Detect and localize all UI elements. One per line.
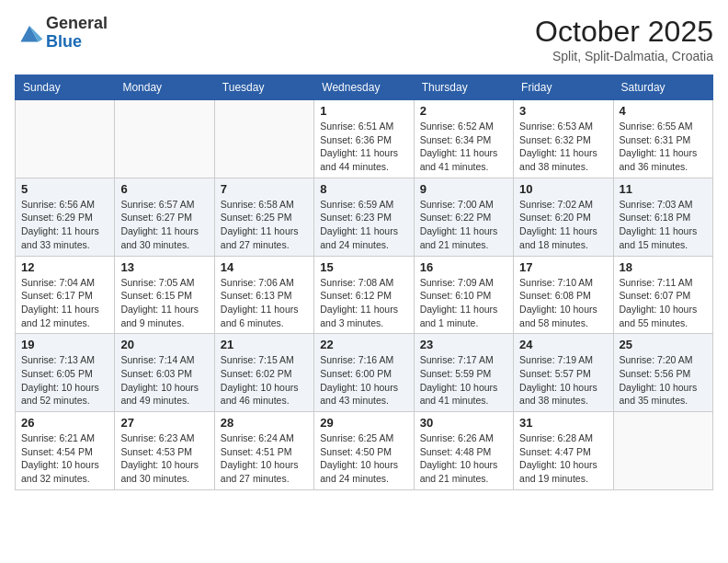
day-number: 8: [320, 182, 407, 196]
day-number: 7: [221, 182, 308, 196]
day-info: Sunrise: 6:24 AMSunset: 4:51 PMDaylight:…: [221, 431, 308, 486]
calendar-cell: 17Sunrise: 7:10 AMSunset: 6:08 PMDayligh…: [514, 256, 613, 334]
day-info: Sunrise: 6:58 AMSunset: 6:25 PMDaylight:…: [221, 198, 308, 252]
calendar-cell: 6Sunrise: 6:57 AMSunset: 6:27 PMDaylight…: [115, 178, 214, 256]
day-number: 23: [420, 338, 507, 351]
calendar-week-row: 26Sunrise: 6:21 AMSunset: 4:54 PMDayligh…: [16, 412, 713, 490]
calendar-cell: 9Sunrise: 7:00 AMSunset: 6:22 PMDaylight…: [414, 178, 513, 256]
day-number: 13: [120, 260, 208, 274]
day-info: Sunrise: 7:11 AMSunset: 6:07 PMDaylight:…: [620, 276, 707, 330]
calendar-cell: 16Sunrise: 7:09 AMSunset: 6:10 PMDayligh…: [414, 256, 513, 334]
day-info: Sunrise: 6:28 AMSunset: 4:47 PMDaylight:…: [519, 431, 607, 486]
calendar-week-row: 5Sunrise: 6:56 AMSunset: 6:29 PMDaylight…: [16, 178, 713, 256]
calendar-cell: 7Sunrise: 6:58 AMSunset: 6:25 PMDaylight…: [214, 178, 313, 256]
day-number: 21: [221, 338, 308, 351]
logo: General Blue: [15, 15, 108, 52]
day-info: Sunrise: 6:23 AMSunset: 4:53 PMDaylight:…: [120, 431, 208, 486]
day-number: 17: [519, 260, 607, 274]
calendar-cell: 10Sunrise: 7:02 AMSunset: 6:20 PMDayligh…: [514, 178, 613, 256]
calendar-week-row: 19Sunrise: 7:13 AMSunset: 6:05 PMDayligh…: [16, 334, 713, 412]
calendar-cell: 31Sunrise: 6:28 AMSunset: 4:47 PMDayligh…: [514, 412, 613, 490]
day-number: 4: [620, 104, 707, 118]
day-number: 15: [320, 260, 407, 274]
day-number: 30: [420, 416, 507, 430]
day-info: Sunrise: 7:20 AMSunset: 5:56 PMDaylight:…: [620, 353, 707, 408]
day-number: 14: [221, 260, 308, 274]
day-number: 3: [519, 104, 607, 118]
day-number: 18: [620, 260, 707, 274]
day-info: Sunrise: 7:10 AMSunset: 6:08 PMDaylight:…: [519, 276, 607, 330]
calendar-cell: 12Sunrise: 7:04 AMSunset: 6:17 PMDayligh…: [16, 256, 115, 334]
calendar-cell: [115, 100, 214, 178]
day-number: 28: [221, 416, 308, 430]
calendar-week-row: 12Sunrise: 7:04 AMSunset: 6:17 PMDayligh…: [16, 256, 713, 334]
title-area: October 2025 Split, Split-Dalmatia, Croa…: [535, 15, 713, 63]
calendar-cell: 24Sunrise: 7:19 AMSunset: 5:57 PMDayligh…: [514, 334, 613, 412]
calendar-cell: 21Sunrise: 7:15 AMSunset: 6:02 PMDayligh…: [214, 334, 313, 412]
calendar-cell: 26Sunrise: 6:21 AMSunset: 4:54 PMDayligh…: [16, 412, 115, 490]
day-number: 11: [620, 182, 707, 196]
day-number: 19: [21, 338, 108, 351]
calendar-cell: 14Sunrise: 7:06 AMSunset: 6:13 PMDayligh…: [214, 256, 313, 334]
day-info: Sunrise: 7:15 AMSunset: 6:02 PMDaylight:…: [221, 353, 308, 408]
day-number: 31: [519, 416, 607, 430]
day-number: 1: [320, 104, 407, 118]
day-number: 22: [320, 338, 407, 351]
day-number: 6: [120, 182, 208, 196]
calendar-cell: 18Sunrise: 7:11 AMSunset: 6:07 PMDayligh…: [613, 256, 712, 334]
day-number: 26: [21, 416, 108, 430]
day-of-week-header: Sunday: [16, 75, 115, 100]
day-number: 2: [420, 104, 507, 118]
calendar-cell: [16, 100, 115, 178]
day-info: Sunrise: 7:02 AMSunset: 6:20 PMDaylight:…: [519, 198, 607, 252]
day-number: 9: [420, 182, 507, 196]
day-of-week-header: Friday: [514, 75, 613, 100]
calendar-cell: 23Sunrise: 7:17 AMSunset: 5:59 PMDayligh…: [414, 334, 513, 412]
calendar-cell: 27Sunrise: 6:23 AMSunset: 4:53 PMDayligh…: [115, 412, 214, 490]
month-title: October 2025: [535, 15, 713, 49]
day-info: Sunrise: 6:26 AMSunset: 4:48 PMDaylight:…: [420, 431, 507, 486]
day-of-week-header: Tuesday: [214, 75, 313, 100]
day-info: Sunrise: 7:05 AMSunset: 6:15 PMDaylight:…: [120, 276, 208, 330]
day-of-week-header: Wednesday: [314, 75, 414, 100]
day-info: Sunrise: 7:04 AMSunset: 6:17 PMDaylight:…: [21, 276, 108, 330]
calendar-header-row: SundayMondayTuesdayWednesdayThursdayFrid…: [16, 75, 713, 100]
day-number: 12: [21, 260, 108, 274]
day-info: Sunrise: 7:06 AMSunset: 6:13 PMDaylight:…: [221, 276, 308, 330]
day-info: Sunrise: 6:56 AMSunset: 6:29 PMDaylight:…: [21, 198, 108, 252]
day-info: Sunrise: 6:21 AMSunset: 4:54 PMDaylight:…: [21, 431, 108, 486]
calendar: SundayMondayTuesdayWednesdayThursdayFrid…: [15, 75, 713, 490]
day-of-week-header: Monday: [115, 75, 214, 100]
day-info: Sunrise: 6:53 AMSunset: 6:32 PMDaylight:…: [519, 120, 607, 174]
logo-blue: Blue: [46, 33, 108, 52]
day-info: Sunrise: 6:51 AMSunset: 6:36 PMDaylight:…: [320, 120, 407, 174]
day-info: Sunrise: 7:03 AMSunset: 6:18 PMDaylight:…: [620, 198, 707, 252]
location-subtitle: Split, Split-Dalmatia, Croatia: [535, 49, 713, 63]
logo-icon: [15, 18, 44, 48]
calendar-cell: 1Sunrise: 6:51 AMSunset: 6:36 PMDaylight…: [314, 100, 414, 178]
day-info: Sunrise: 6:25 AMSunset: 4:50 PMDaylight:…: [320, 431, 407, 486]
calendar-cell: 19Sunrise: 7:13 AMSunset: 6:05 PMDayligh…: [16, 334, 115, 412]
day-of-week-header: Saturday: [613, 75, 712, 100]
calendar-cell: 4Sunrise: 6:55 AMSunset: 6:31 PMDaylight…: [613, 100, 712, 178]
day-number: 10: [519, 182, 607, 196]
day-info: Sunrise: 6:52 AMSunset: 6:34 PMDaylight:…: [420, 120, 507, 174]
day-number: 16: [420, 260, 507, 274]
day-info: Sunrise: 6:55 AMSunset: 6:31 PMDaylight:…: [620, 120, 707, 174]
day-info: Sunrise: 7:19 AMSunset: 5:57 PMDaylight:…: [519, 353, 607, 408]
calendar-cell: [613, 412, 712, 490]
calendar-week-row: 1Sunrise: 6:51 AMSunset: 6:36 PMDaylight…: [16, 100, 713, 178]
day-info: Sunrise: 7:16 AMSunset: 6:00 PMDaylight:…: [320, 353, 407, 408]
calendar-cell: 11Sunrise: 7:03 AMSunset: 6:18 PMDayligh…: [613, 178, 712, 256]
calendar-cell: 3Sunrise: 6:53 AMSunset: 6:32 PMDaylight…: [514, 100, 613, 178]
day-number: 27: [120, 416, 208, 430]
day-info: Sunrise: 7:09 AMSunset: 6:10 PMDaylight:…: [420, 276, 507, 330]
day-info: Sunrise: 6:57 AMSunset: 6:27 PMDaylight:…: [120, 198, 208, 252]
calendar-cell: 2Sunrise: 6:52 AMSunset: 6:34 PMDaylight…: [414, 100, 513, 178]
day-info: Sunrise: 7:13 AMSunset: 6:05 PMDaylight:…: [21, 353, 108, 408]
day-info: Sunrise: 6:59 AMSunset: 6:23 PMDaylight:…: [320, 198, 407, 252]
day-of-week-header: Thursday: [414, 75, 513, 100]
calendar-cell: 29Sunrise: 6:25 AMSunset: 4:50 PMDayligh…: [314, 412, 414, 490]
header: General Blue October 2025 Split, Split-D…: [15, 15, 713, 63]
logo-general: General: [46, 15, 108, 33]
